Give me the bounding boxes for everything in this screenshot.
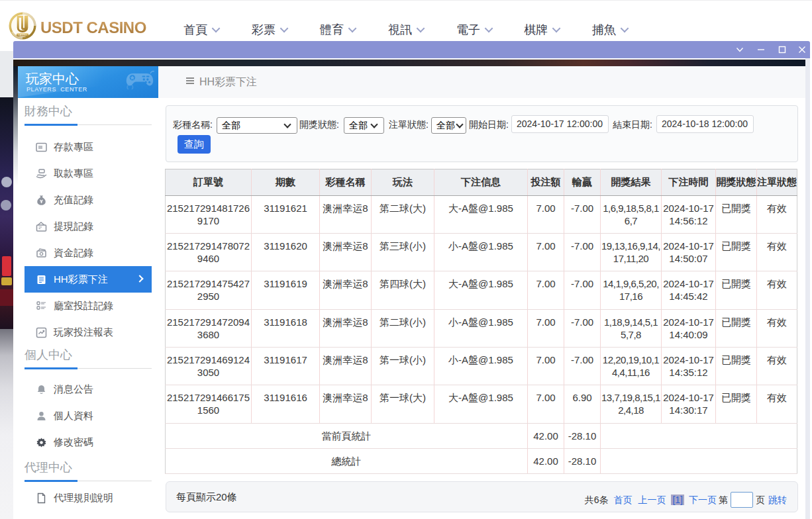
svg-text:CASINO: CASINO	[18, 34, 27, 36]
